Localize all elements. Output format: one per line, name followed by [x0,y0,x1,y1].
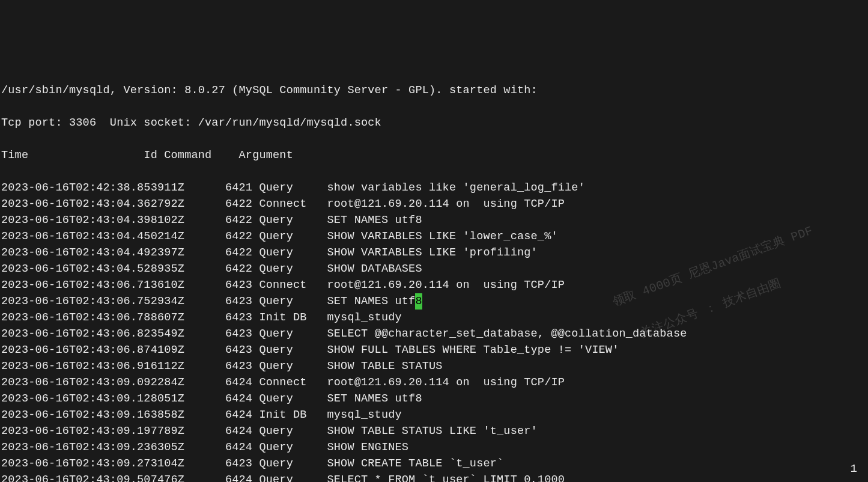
log-row: 2023-06-16T02:43:04.362792Z 6422 Connect… [1,196,867,212]
column-headers: Time Id Command Argument [1,147,867,163]
log-row: 2023-06-16T02:43:06.713610Z 6423 Connect… [1,277,867,293]
log-row: 2023-06-16T02:43:06.788607Z 6423 Init DB… [1,310,867,326]
terminal-output[interactable]: /usr/sbin/mysqld, Version: 8.0.27 (MySQL… [1,66,867,482]
log-row: 2023-06-16T02:43:04.528935Z 6422 Query S… [1,261,867,277]
log-entries: 2023-06-16T02:42:38.853911Z 6421 Query s… [1,180,867,482]
log-row: 2023-06-16T02:43:06.823549Z 6423 Query S… [1,326,867,342]
log-row: 2023-06-16T02:43:09.197789Z 6424 Query S… [1,423,867,439]
log-row: 2023-06-16T02:43:09.163858Z 6424 Init DB… [1,407,867,423]
header-line-1: /usr/sbin/mysqld, Version: 8.0.27 (MySQL… [1,82,867,99]
log-row: 2023-06-16T02:42:38.853911Z 6421 Query s… [1,180,867,196]
log-row: 2023-06-16T02:43:09.273104Z 6423 Query S… [1,456,867,472]
log-row: 2023-06-16T02:43:09.507476Z 6424 Query S… [1,472,867,482]
log-row: 2023-06-16T02:43:06.916112Z 6423 Query S… [1,358,867,374]
page-number: 1 [850,461,857,477]
log-row: 2023-06-16T02:43:09.128051Z 6424 Query S… [1,391,867,407]
log-row: 2023-06-16T02:43:06.874109Z 6423 Query S… [1,342,867,358]
log-row: 2023-06-16T02:43:04.398102Z 6422 Query S… [1,212,867,228]
header-line-2: Tcp port: 3306 Unix socket: /var/run/mys… [1,115,867,131]
log-row: 2023-06-16T02:43:09.092284Z 6424 Connect… [1,374,867,391]
log-row: 2023-06-16T02:43:04.492397Z 6422 Query S… [1,245,867,261]
log-row: 2023-06-16T02:43:09.236305Z 6424 Query S… [1,439,867,456]
log-row: 2023-06-16T02:43:04.450214Z 6422 Query S… [1,228,867,245]
log-row: 2023-06-16T02:43:06.752934Z 6423 Query S… [1,293,867,310]
cursor: 8 [415,293,422,310]
